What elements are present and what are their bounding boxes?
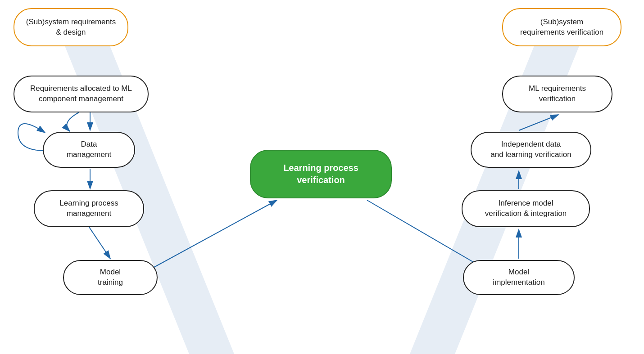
svg-line-6 [135,200,277,278]
svg-line-5 [89,227,110,259]
learning-process-verification-node: Learning processverification [250,150,392,198]
subsystem-req-design-node: (Sub)system requirements & design [14,8,128,46]
model-implementation-node: Modelimplementation [463,260,575,295]
inference-model-node: Inference modelverification & integratio… [462,190,590,227]
ml-req-verification-node: ML requirementsverification [502,76,612,112]
diagram-container: (Sub)system requirements & design (Sub)s… [0,0,644,354]
subsystem-req-design-label: (Sub)system requirements & design [23,17,118,38]
svg-marker-1 [410,8,594,354]
learning-process-mgmt-node: Learning processmanagement [34,190,144,227]
subsystem-req-verification-node: (Sub)systemrequirements verification [502,8,621,46]
req-allocated-label: Requirements allocated to MLcomponent ma… [30,84,132,104]
ml-req-verification-label: ML requirementsverification [529,84,586,104]
learning-process-verification-label: Learning processverification [283,162,358,186]
model-implementation-label: Modelimplementation [493,267,544,288]
model-training-label: Modeltraining [98,267,123,288]
data-management-node: Datamanagement [43,132,135,168]
req-allocated-node: Requirements allocated to MLcomponent ma… [14,76,149,112]
learning-process-mgmt-label: Learning processmanagement [59,198,118,219]
inference-model-label: Inference modelverification & integratio… [485,198,567,219]
svg-marker-0 [50,8,234,354]
svg-line-10 [519,115,558,130]
model-training-node: Modeltraining [63,260,158,295]
independent-data-node: Independent dataand learning verificatio… [471,132,591,168]
data-management-label: Datamanagement [67,139,111,160]
subsystem-req-verification-label: (Sub)systemrequirements verification [520,17,603,38]
independent-data-label: Independent dataand learning verificatio… [490,139,571,160]
